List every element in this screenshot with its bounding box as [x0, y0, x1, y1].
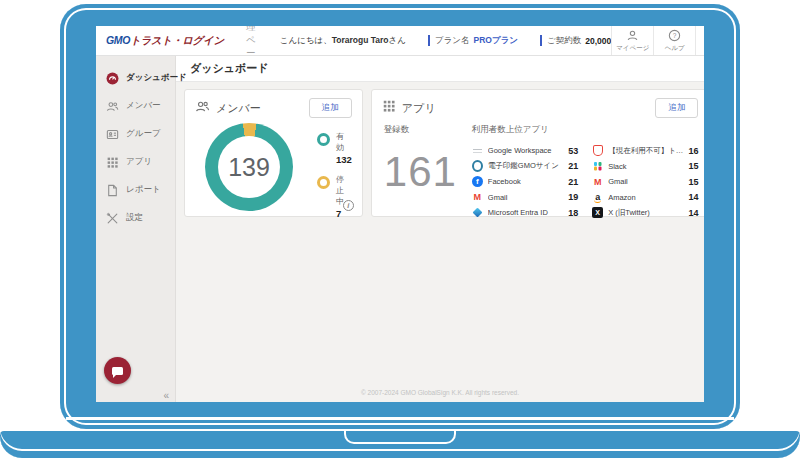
- window-body: ダッシュボード メンバー: [96, 56, 704, 402]
- sidebar-item-label: レポート: [126, 184, 161, 196]
- sidebar-item-members[interactable]: メンバー: [96, 92, 175, 120]
- person-icon: [626, 29, 639, 43]
- app-row-amazon[interactable]: Amazon 14: [592, 190, 698, 206]
- top-bar-right: マイページ ? ヘルプ Torarogu T... さん: [611, 26, 704, 55]
- sidebar-item-label: 設定: [126, 212, 143, 224]
- laptop-hinge: [66, 417, 734, 420]
- members-add-button[interactable]: 追加: [309, 98, 352, 118]
- registered-label: 登録数: [384, 124, 472, 136]
- contracts-label: ご契約数: [547, 35, 581, 47]
- main-content: ダッシュボード メンバー 追加: [176, 56, 704, 402]
- app-row-gmail-2[interactable]: Gmail 15: [592, 174, 698, 190]
- plan-value: PROプラン: [474, 35, 519, 47]
- suspended-dot-icon: [317, 176, 330, 189]
- sidebar-item-label: アプリ: [126, 156, 152, 168]
- chat-support-button[interactable]: [104, 357, 131, 384]
- slack-icon: [592, 161, 603, 172]
- sidebar-item-label: メンバー: [126, 100, 161, 112]
- app-row-x-twitter[interactable]: X (旧Twitter) 14: [592, 205, 698, 221]
- mypage-button[interactable]: マイページ: [611, 26, 653, 55]
- apps-grid-icon: [106, 156, 119, 169]
- top-apps-label: 利用者数上位アプリ: [472, 124, 699, 136]
- contracts-info: ご契約数 20,000: [540, 35, 611, 47]
- app-row-slack[interactable]: Slack 15: [592, 159, 698, 175]
- help-button[interactable]: ? ヘルプ: [653, 26, 695, 55]
- user-name: Torarogu Taro: [332, 35, 389, 45]
- active-value: 132: [336, 154, 352, 165]
- report-icon: [106, 184, 119, 197]
- help-label: ヘルプ: [665, 44, 685, 53]
- registered-count: 161: [384, 148, 472, 196]
- blue-divider: [428, 35, 430, 46]
- amazon-icon: [592, 192, 603, 203]
- help-icon: ?: [668, 29, 681, 43]
- sidebar-item-settings[interactable]: 設定: [96, 204, 175, 232]
- dashboard-cards: メンバー 追加 139 有効: [176, 82, 704, 217]
- members-people-icon: [195, 99, 210, 118]
- members-donut-chart: 139: [205, 123, 293, 211]
- members-icon: [106, 100, 119, 113]
- facebook-icon: [472, 176, 483, 187]
- app-row-entra-id[interactable]: Microsoft Entra ID 18: [472, 205, 578, 221]
- app-row-google-workspace[interactable]: Google Workspace 53: [472, 143, 578, 159]
- settings-tools-icon: [106, 212, 119, 225]
- gmo-sign-icon: [472, 161, 483, 172]
- logo-product: トラスト・ログイン: [130, 34, 224, 46]
- plan-label: プラン名: [435, 35, 470, 47]
- members-card-title: メンバー: [216, 101, 261, 116]
- laptop-notch: [344, 431, 456, 444]
- greeting-text: こんにちは、Torarogu Taroさん: [280, 35, 406, 47]
- dashboard-icon: [106, 72, 119, 85]
- brand-logo[interactable]: GMOトラスト・ログイン: [106, 34, 224, 48]
- chat-bubble-icon: [112, 367, 123, 375]
- gmail-icon: [592, 176, 603, 187]
- sidebar-item-label: ダッシュボード: [126, 72, 187, 84]
- sidebar-item-groups[interactable]: グループ: [96, 120, 175, 148]
- svg-text:?: ?: [673, 31, 677, 38]
- mypage-label: マイページ: [616, 44, 649, 53]
- members-total: 139: [205, 123, 293, 211]
- app-window: GMOトラスト・ログイン 管理ページ こんにちは、Torarogu Taroさん…: [96, 26, 704, 402]
- page-background: GMOトラスト・ログイン 管理ページ こんにちは、Torarogu Taroさん…: [0, 0, 800, 461]
- app-row-gmail[interactable]: Gmail 19: [472, 190, 578, 206]
- sidebar-item-label: グループ: [126, 128, 161, 140]
- gmail-icon: [472, 192, 483, 203]
- top-apps-col2: 【現在利用不可】トラ... 16 Slack 15: [592, 143, 698, 221]
- account-menu[interactable]: Torarogu T... さん gmoglobalsignkk: [695, 26, 704, 55]
- apps-add-button[interactable]: 追加: [655, 98, 698, 118]
- app-row-gmo-sign[interactable]: 電子印鑑GMOサイン 21: [472, 159, 578, 175]
- apps-grid-icon: [382, 99, 396, 117]
- app-row-unavailable[interactable]: 【現在利用不可】トラ... 16: [592, 143, 698, 159]
- logo-gmo: GMO: [106, 34, 130, 46]
- laptop-base: [0, 431, 800, 458]
- microsoft-entra-icon: [472, 207, 483, 218]
- apps-card-title: アプリ: [402, 101, 436, 116]
- x-twitter-icon: [592, 207, 603, 218]
- legend-active: 有効 132: [317, 131, 352, 165]
- sidebar-collapse-button[interactable]: «: [163, 390, 169, 401]
- plan-info: プラン名 PROプラン: [428, 35, 518, 47]
- google-workspace-icon: [472, 145, 483, 156]
- sidebar-item-dashboard[interactable]: ダッシュボード: [96, 64, 175, 92]
- legend-suspended: 停止中 7: [317, 174, 352, 219]
- apps-card: アプリ 追加 登録数 161 利用者数上位アプリ: [371, 89, 704, 217]
- contracts-value: 20,000: [585, 36, 611, 46]
- members-card: メンバー 追加 139 有効: [184, 89, 363, 217]
- blue-divider: [540, 35, 542, 46]
- sidebar-item-reports[interactable]: レポート: [96, 176, 175, 204]
- shield-warning-icon: [592, 145, 603, 156]
- info-icon[interactable]: i: [343, 200, 354, 211]
- top-bar: GMOトラスト・ログイン 管理ページ こんにちは、Torarogu Taroさん…: [96, 26, 704, 56]
- active-label: 有効: [336, 131, 352, 153]
- active-dot-icon: [317, 133, 330, 146]
- app-row-facebook[interactable]: Facebook 21: [472, 174, 578, 190]
- copyright-text: © 2007-2024 GMO GlobalSign K.K. All righ…: [176, 389, 704, 402]
- groups-icon: [106, 128, 119, 141]
- top-apps-col1: Google Workspace 53 電子印鑑GMOサイン 21: [472, 143, 578, 221]
- sidebar-item-apps[interactable]: アプリ: [96, 148, 175, 176]
- page-title: ダッシュボード: [176, 56, 704, 82]
- sidebar: ダッシュボード メンバー: [96, 56, 176, 402]
